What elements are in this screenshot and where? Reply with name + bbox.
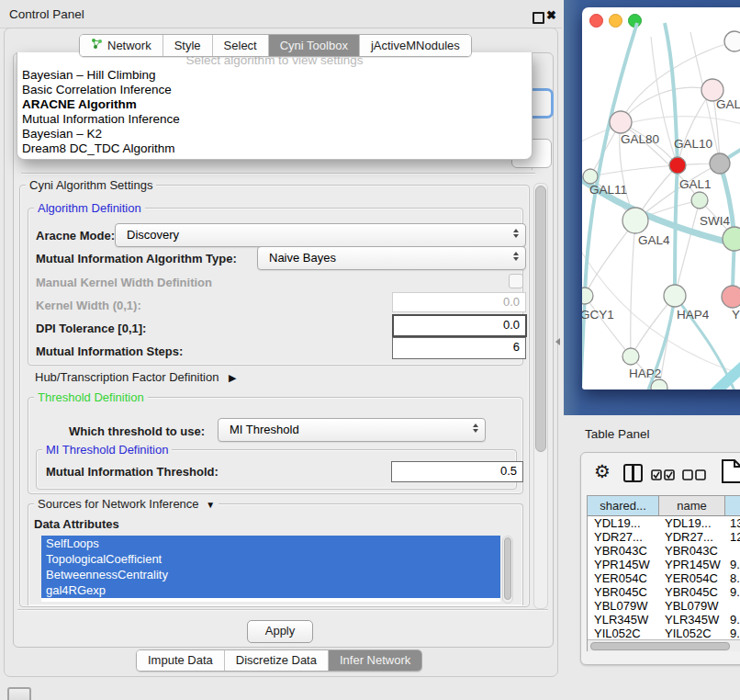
- column-chooser-icon[interactable]: [623, 464, 643, 482]
- network-node-hap2[interactable]: [622, 348, 639, 365]
- network-node-4[interactable]: [710, 153, 730, 174]
- network-node-gal1[interactable]: [691, 192, 708, 209]
- table-row-6[interactable]: YBL079WYBL079W: [588, 599, 740, 613]
- table-cell: [723, 544, 740, 558]
- table-row-3[interactable]: YPR145WYPR145W9.: [588, 558, 740, 571]
- which-threshold-label: Which threshold to use:: [69, 424, 205, 438]
- aracne-mode-value: Discovery: [127, 228, 179, 242]
- node-label-gal10: GAL10: [674, 137, 712, 151]
- manual-kernel-checkbox[interactable]: [509, 274, 523, 288]
- splitpane-collapse-icon[interactable]: [555, 338, 560, 345]
- column-header-1[interactable]: name: [659, 496, 725, 516]
- settings-scrollbar[interactable]: [533, 183, 548, 609]
- table-cell: 13: [723, 516, 740, 530]
- tab-network[interactable]: Network: [80, 35, 163, 56]
- cyni-settings-group-title: Cyni Algorithm Settings: [26, 178, 156, 192]
- algorithm-option-dream8-dc-tdc-algorithm[interactable]: Dream8 DC_TDC Algorithm: [17, 141, 532, 156]
- algorithm-option-bayesian-k2[interactable]: Bayesian – K2: [17, 127, 532, 141]
- bottom-tab-discretize-data[interactable]: Discretize Data: [225, 650, 329, 671]
- network-node-swi4[interactable]: [723, 227, 740, 251]
- deselect-all-checkboxes-icon[interactable]: [682, 469, 707, 484]
- mi-type-value: Naive Bayes: [269, 251, 336, 265]
- gear-icon[interactable]: ⚙: [594, 460, 611, 482]
- table-row-0[interactable]: YDL19...YDL19...13: [588, 516, 740, 530]
- table-cell: YBL079W: [658, 599, 723, 613]
- bottom-tab-discretize-data-label: Discretize Data: [236, 653, 317, 667]
- bottom-tab-infer-network[interactable]: Infer Network: [329, 650, 421, 671]
- hub-definition-expander[interactable]: Hub/Transcription Factor Definition ▶: [35, 370, 236, 384]
- table-cell: YLR345W: [658, 613, 723, 627]
- mi-threshold-group: MI Threshold Definition Mutual Informati…: [36, 449, 517, 490]
- network-view-window[interactable]: GALGAL80GAL10GAL11GAL1SWI4GAL4GCY1HAP4YH…: [582, 7, 740, 390]
- control-panel-titlebar: Control Panel ✖: [0, 0, 562, 28]
- tab-cyni-toolbox[interactable]: Cyni Toolbox: [269, 35, 360, 56]
- dpi-tolerance-label: DPI Tolerance [0,1]:: [36, 322, 146, 335]
- table-cell: 9.: [723, 585, 740, 599]
- algorithm-option-basic-correlation-inference[interactable]: Basic Correlation Inference: [17, 83, 532, 97]
- network-node-gal11[interactable]: [583, 169, 598, 184]
- attribute-item-topologicalcoefficient[interactable]: TopologicalCoefficient: [41, 551, 500, 567]
- close-icon[interactable]: ✖: [546, 8, 556, 22]
- network-node-gal4[interactable]: [622, 208, 648, 233]
- attribute-item-selfloops[interactable]: SelfLoops: [41, 536, 500, 551]
- aracne-mode-combo[interactable]: Discovery: [115, 223, 526, 247]
- apply-button[interactable]: Apply: [247, 620, 313, 643]
- window-controls: [589, 14, 642, 28]
- table-cell: YBR045C: [658, 585, 723, 599]
- network-node-y[interactable]: [722, 286, 740, 308]
- stepper-icon: [513, 229, 519, 238]
- close-window-icon[interactable]: [589, 14, 603, 28]
- mi-threshold-field[interactable]: 0.5: [391, 461, 523, 482]
- minimize-window-icon[interactable]: [609, 14, 622, 28]
- dpi-tolerance-field[interactable]: 0.0: [392, 314, 527, 337]
- network-node-hap4[interactable]: [664, 285, 686, 307]
- table-row-1[interactable]: YDR27...YDR27...12: [588, 530, 740, 544]
- application-window: Control Panel ✖ NetworkStyleSelectCyni T…: [0, 0, 740, 700]
- column-header-0[interactable]: shared...: [588, 496, 659, 516]
- float-icon[interactable]: [533, 12, 544, 24]
- table-horizontal-scrollbar[interactable]: [588, 639, 740, 651]
- bottom-tab-infer-network-label: Infer Network: [340, 653, 410, 667]
- bottom-tab-impute-data[interactable]: Impute Data: [137, 650, 225, 671]
- algorithm-option-aracne-algorithm[interactable]: ARACNE Algorithm: [17, 97, 532, 112]
- tab-style[interactable]: Style: [163, 35, 213, 56]
- network-node-0[interactable]: [724, 31, 740, 51]
- algorithm-option-mutual-information-inference[interactable]: Mutual Information Inference: [17, 112, 532, 127]
- column-header-2[interactable]: A: [725, 496, 740, 516]
- which-threshold-combo[interactable]: MI Threshold: [218, 418, 486, 442]
- attribute-item-gal4rgexp[interactable]: gal4RGexp: [41, 582, 500, 598]
- collapse-down-icon[interactable]: ▼: [206, 500, 215, 510]
- node-label-y: Y: [732, 308, 740, 322]
- network-node-gal80[interactable]: [610, 111, 632, 133]
- table-row-7[interactable]: YLR345WYLR345W9.: [588, 613, 740, 627]
- network-node-gcy1[interactable]: [582, 288, 593, 304]
- table-cell: YLR345W: [588, 613, 658, 627]
- attribute-item-betweennesscentrality[interactable]: BetweennessCentrality: [41, 567, 500, 582]
- table-row-5[interactable]: YBR045CYBR045C9.: [588, 585, 740, 599]
- algorithm-option-bayesian-hill-climbing[interactable]: Bayesian – Hill Climbing: [17, 68, 532, 83]
- mi-type-combo[interactable]: Naive Bayes: [257, 246, 526, 270]
- export-table-icon[interactable]: [721, 458, 740, 487]
- top-tab-strip: NetworkStyleSelectCyni ToolboxjActiveMNo…: [79, 34, 472, 57]
- node-label-hap4: HAP4: [677, 308, 710, 322]
- attributes-scrollbar[interactable]: [502, 536, 513, 604]
- kernel-width-field[interactable]: 0.0: [392, 292, 526, 312]
- bottom-tab-strip: Impute DataDiscretize DataInfer Network: [136, 649, 422, 672]
- mi-steps-field[interactable]: 6: [392, 337, 526, 359]
- collapsed-panel-button[interactable]: [7, 687, 31, 700]
- tab-jactivemnodules[interactable]: jActiveMNodules: [360, 35, 471, 56]
- mi-type-label: Mutual Information Algorithm Type:: [36, 252, 237, 265]
- algorithm-dropdown-popup: Select algorithm to view settings Bayesi…: [17, 52, 533, 160]
- bottom-tab-impute-data-label: Impute Data: [148, 653, 213, 667]
- tab-select-label: Select: [224, 39, 257, 52]
- data-attributes-label: Data Attributes: [34, 517, 119, 531]
- tab-select[interactable]: Select: [213, 35, 269, 56]
- network-node-gal10[interactable]: [669, 157, 686, 174]
- network-svg: GALGAL80GAL10GAL11GAL1SWI4GAL4GCY1HAP4YH…: [582, 28, 740, 390]
- threshold-definition-title: Threshold Definition: [34, 390, 148, 404]
- table-row-4[interactable]: YER054CYER054C8.: [588, 571, 740, 585]
- table-cell: YBR043C: [588, 544, 658, 558]
- table-row-8[interactable]: YIL052CYIL052C9.: [588, 627, 740, 640]
- table-row-2[interactable]: YBR043CYBR043C: [588, 544, 740, 558]
- select-all-checkboxes-icon[interactable]: [651, 469, 676, 484]
